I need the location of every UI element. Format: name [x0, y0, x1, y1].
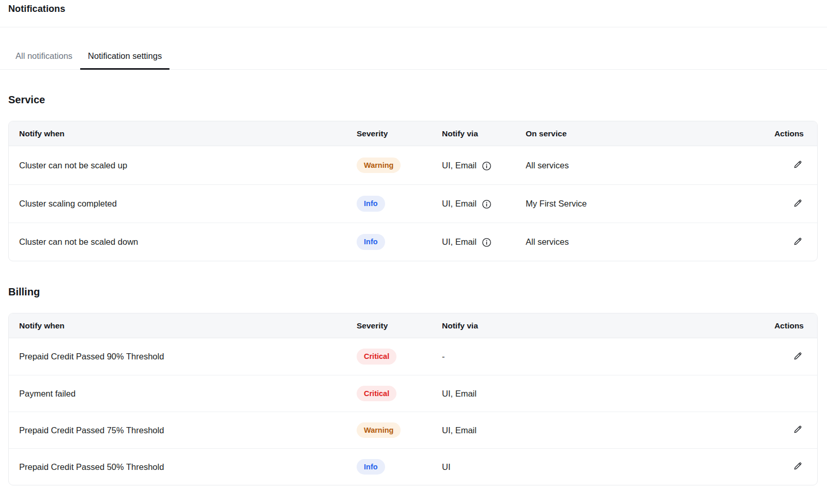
- section-title-billing: Billing: [8, 286, 817, 298]
- section-title-service: Service: [8, 94, 817, 106]
- column-header-actions: Actions: [771, 121, 817, 146]
- tab-all-notifications-label: All notifications: [16, 51, 72, 60]
- notify-when-cell: Cluster scaling completed: [9, 184, 346, 223]
- table-row: Cluster scaling completed Info UI, Email…: [9, 184, 817, 223]
- notify-via-value: UI, Email: [432, 412, 771, 448]
- table-row: Prepaid Credit Passed 50% Threshold Info…: [9, 448, 817, 485]
- severity-badge: Warning: [357, 422, 401, 438]
- severity-badge: Critical: [357, 349, 396, 364]
- on-service-cell: My First Service: [515, 184, 771, 223]
- tab-all-notifications[interactable]: All notifications: [8, 51, 80, 69]
- notify-via-value: UI, Email: [432, 375, 771, 412]
- edit-button[interactable]: [791, 422, 805, 438]
- tab-bar: All notifications Notification settings: [0, 27, 827, 70]
- severity-badge: Info: [357, 459, 385, 475]
- table-row: Prepaid Credit Passed 90% Threshold Crit…: [9, 338, 817, 375]
- notify-when-cell: Prepaid Credit Passed 50% Threshold: [9, 448, 346, 485]
- severity-badge: Info: [357, 196, 385, 211]
- page-header: Notifications: [0, 0, 827, 27]
- severity-badge: Warning: [357, 158, 401, 173]
- notify-when-cell: Cluster can not be scaled down: [9, 223, 346, 261]
- pencil-icon: [793, 351, 803, 363]
- column-header-severity: Severity: [346, 121, 432, 146]
- notify-when-cell: Payment failed: [9, 375, 346, 412]
- pencil-icon: [793, 237, 803, 248]
- info-icon[interactable]: [482, 238, 492, 247]
- table-row: Prepaid Credit Passed 75% Threshold Warn…: [9, 412, 817, 448]
- edit-button[interactable]: [791, 459, 805, 475]
- notify-via-value: UI, Email: [442, 237, 477, 247]
- info-icon[interactable]: [482, 161, 492, 171]
- column-header-notify-via: Notify via: [432, 313, 771, 338]
- table-header-row: Notify when Severity Notify via Actions: [9, 313, 817, 338]
- edit-button[interactable]: [791, 196, 805, 212]
- column-header-on-service: On service: [515, 121, 771, 146]
- notify-via-value: UI, Email: [442, 199, 477, 209]
- pencil-icon: [793, 461, 803, 472]
- info-icon[interactable]: [482, 199, 492, 209]
- page-title: Notifications: [8, 4, 819, 14]
- column-header-notify-when: Notify when: [9, 121, 346, 146]
- severity-badge: Critical: [357, 386, 396, 401]
- pencil-icon: [793, 424, 803, 436]
- table-row: Payment failed Critical UI, Email: [9, 375, 817, 412]
- column-header-notify-when: Notify when: [9, 313, 346, 338]
- service-notifications-table: Notify when Severity Notify via On servi…: [8, 121, 818, 261]
- column-header-severity: Severity: [346, 313, 432, 338]
- on-service-cell: All services: [515, 223, 771, 261]
- pencil-icon: [793, 160, 803, 171]
- on-service-cell: All services: [515, 146, 771, 184]
- notify-via-value: UI, Email: [442, 161, 477, 170]
- edit-button[interactable]: [791, 158, 805, 173]
- main-content: Service Notify when Severity Notify via …: [0, 94, 827, 498]
- notify-when-cell: Cluster can not be scaled up: [9, 146, 346, 184]
- tab-notification-settings[interactable]: Notification settings: [80, 51, 170, 69]
- notify-via-value: UI: [432, 448, 771, 485]
- table-row: Cluster can not be scaled up Warning UI,…: [9, 146, 817, 184]
- pencil-icon: [793, 198, 803, 210]
- billing-notifications-table: Notify when Severity Notify via Actions …: [8, 313, 818, 485]
- severity-badge: Info: [357, 234, 385, 249]
- column-header-notify-via: Notify via: [432, 121, 515, 146]
- notify-when-cell: Prepaid Credit Passed 90% Threshold: [9, 338, 346, 375]
- table-header-row: Notify when Severity Notify via On servi…: [9, 121, 817, 146]
- table-row: Cluster can not be scaled down Info UI, …: [9, 223, 817, 261]
- edit-button[interactable]: [791, 349, 805, 365]
- tab-notification-settings-label: Notification settings: [88, 51, 162, 60]
- column-header-actions: Actions: [771, 313, 817, 338]
- notify-when-cell: Prepaid Credit Passed 75% Threshold: [9, 412, 346, 448]
- edit-button[interactable]: [791, 234, 805, 250]
- notify-via-value: -: [432, 338, 771, 375]
